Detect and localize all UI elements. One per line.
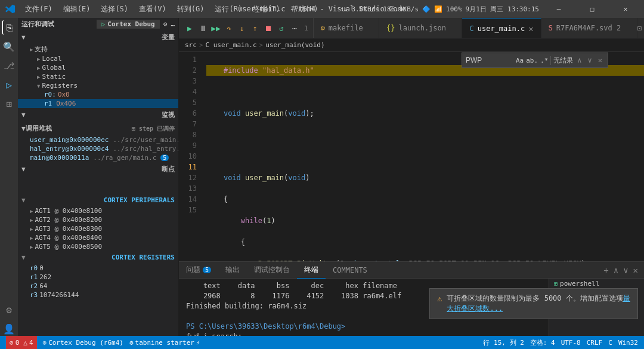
- sidebar-item-support[interactable]: ▶ 支持: [18, 44, 178, 54]
- debug-play-btn[interactable]: ▶: [184, 22, 196, 34]
- panel-down-btn[interactable]: ∨: [622, 264, 629, 276]
- status-tabnine[interactable]: ⚙ tabnine starter ⚡: [129, 339, 200, 347]
- debug-stop-btn[interactable]: ⏹: [262, 22, 274, 34]
- panel-tab-output[interactable]: 输出: [218, 262, 247, 279]
- activity-extensions-icon[interactable]: ⊞: [2, 97, 16, 111]
- panel-tab-problems[interactable]: 问题 5: [179, 262, 218, 279]
- status-encoding[interactable]: UTF-8: [561, 339, 581, 347]
- menu-file[interactable]: 文件(F): [20, 3, 57, 16]
- tab-user-main-c-close[interactable]: ✕: [528, 24, 533, 33]
- debug-more-icon[interactable]: …: [171, 20, 175, 28]
- sidebar-watch-header[interactable]: ▼ 监视: [18, 108, 178, 122]
- status-eol[interactable]: CRLF: [587, 339, 603, 347]
- sidebar-item-local[interactable]: ▶ Local: [18, 54, 178, 63]
- search-close-btn[interactable]: ✕: [596, 55, 604, 65]
- watch-arrow-icon: ▼: [21, 111, 26, 119]
- search-prev-btn[interactable]: ∧: [575, 55, 583, 65]
- reg-r3[interactable]: r3 1074266144: [18, 291, 178, 299]
- code-content[interactable]: #include "hal_data.h" void user_main(voi…: [200, 52, 644, 261]
- code-editor[interactable]: 1 2 3 4 5 6 7 8 9 10 11 12 13 14 15 #inc…: [179, 52, 644, 261]
- debug-pause-btn[interactable]: ⏸: [197, 22, 209, 34]
- breadcrumb: src > C user_main.c > user_main(void): [179, 39, 644, 52]
- panel-close-btn[interactable]: ✕: [632, 264, 639, 276]
- breadcrumb-function[interactable]: user_main(void): [265, 41, 324, 49]
- tab-svd[interactable]: S R7FA6M4AF.svd 2 ✕: [541, 18, 637, 39]
- panel-tab-comments[interactable]: COMMENTS: [326, 262, 374, 279]
- menu-select[interactable]: 选择(S): [96, 3, 133, 16]
- maximize-button[interactable]: □: [578, 0, 606, 18]
- tab-launch-json[interactable]: {} launch.json ✕: [379, 18, 462, 39]
- sidebar-item-static[interactable]: ▶ Static: [18, 72, 178, 81]
- status-errors[interactable]: ⊘ 0 △ 4: [6, 336, 37, 349]
- close-button[interactable]: ✕: [612, 0, 639, 18]
- toast-link[interactable]: 最大折叠区域数...: [447, 294, 630, 313]
- sidebar-variables-header[interactable]: ▼ 变量: [18, 30, 178, 44]
- activity-account-icon[interactable]: 👤: [2, 322, 16, 336]
- callstack-item-1[interactable]: hal_entry@0x000000c4 ../src/hal_entry.c …: [18, 144, 178, 153]
- user-main-c-icon: C: [469, 24, 473, 33]
- sidebar-item-registers[interactable]: ▼ Registers: [18, 81, 178, 90]
- minimize-button[interactable]: ─: [545, 0, 572, 18]
- status-line-col[interactable]: 行 15, 列 2: [483, 338, 524, 347]
- reg-r0[interactable]: r0 0: [18, 264, 178, 273]
- status-platform[interactable]: Win32: [618, 339, 638, 347]
- sidebar-cortex-peripherals-header[interactable]: ▼ CORTEX PERIPHERALS: [18, 194, 178, 206]
- menu-edit[interactable]: 编辑(E): [58, 3, 95, 16]
- tab-user-main-c[interactable]: C user_main.c ✕: [462, 18, 541, 39]
- activity-search-icon[interactable]: 🔍: [2, 39, 16, 54]
- panel-tab-terminal[interactable]: 终端: [297, 262, 326, 279]
- panel-powershell-item[interactable]: ⊞ powershell: [549, 279, 644, 289]
- panel-tab-debug-console[interactable]: 调试控制台: [247, 262, 297, 279]
- status-debug-info[interactable]: ⊙ Cortex Debug (r6m4): [43, 339, 123, 347]
- breadcrumb-src[interactable]: src: [185, 41, 197, 49]
- split-editor-icon[interactable]: ⊡: [637, 24, 642, 33]
- callstack-item-2[interactable]: main@0x0000011a ../ra_gen/main.c 5: [18, 153, 178, 162]
- sidebar-item-r1[interactable]: r1 0x406: [18, 99, 178, 108]
- debug-restart-btn[interactable]: ↺: [275, 22, 287, 34]
- debug-step-into-btn[interactable]: ↓: [236, 22, 248, 34]
- bluetooth-icon: 🔷: [422, 5, 431, 13]
- code-line-3: void user_main(void);: [206, 108, 644, 119]
- panel-controls: + ∧ ∨ ✕: [602, 264, 644, 276]
- activity-explorer-icon[interactable]: ⎘: [2, 20, 16, 35]
- debug-step-out-btn[interactable]: ↑: [249, 22, 261, 34]
- callstack-item-0[interactable]: user_main@0x000000ec ../src/user_main.c …: [18, 135, 178, 144]
- sidebar-agt1[interactable]: ▶ AGT1 @ 0x400e8100: [18, 206, 178, 215]
- breadcrumb-file[interactable]: C user_main.c: [206, 41, 257, 49]
- sidebar-agt4[interactable]: ▶ AGT4 @ 0x400e8400: [18, 233, 178, 242]
- panel-add-btn[interactable]: +: [602, 264, 609, 276]
- menu-goto[interactable]: 转到(G): [172, 3, 209, 16]
- debug-config-label[interactable]: ▷ Cortex Debug: [97, 20, 160, 29]
- panel-up-btn[interactable]: ∧: [612, 264, 620, 276]
- status-spaces[interactable]: 空格: 4: [530, 338, 555, 347]
- search-word-btn[interactable]: ab.: [526, 57, 538, 64]
- debug-continue-btn[interactable]: ▶▶: [210, 22, 222, 34]
- menu-view[interactable]: 查看(V): [134, 3, 171, 16]
- debug-settings-icon[interactable]: ⚙: [163, 20, 168, 28]
- callstack-line-2: 5: [160, 155, 169, 161]
- search-regex-btn[interactable]: .*: [540, 57, 548, 64]
- sidebar-item-global[interactable]: ▶ Global: [18, 63, 178, 72]
- sidebar-agt2[interactable]: ▶ AGT2 @ 0x400e8200: [18, 215, 178, 224]
- search-case-btn[interactable]: Aa: [516, 57, 524, 64]
- status-language[interactable]: C: [608, 339, 612, 347]
- sidebar-item-r0[interactable]: r0: 0x0: [18, 90, 178, 99]
- reg-r2[interactable]: r2 64: [18, 282, 178, 291]
- search-input[interactable]: [466, 56, 513, 64]
- sidebar-cortex-registers-header[interactable]: ▼ CORTEX REGISTERS: [18, 251, 178, 264]
- activity-debug-icon[interactable]: ▷: [2, 78, 16, 92]
- terminal-label: 终端: [304, 265, 318, 275]
- launch-json-icon: {}: [386, 24, 395, 32]
- sidebar-breakpoints-header[interactable]: ▼ 断点: [18, 162, 178, 176]
- sidebar-agt5[interactable]: ▶ AGT5 @ 0x400e8500: [18, 242, 178, 251]
- sidebar-agt3[interactable]: ▶ AGT3 @ 0x400e8300: [18, 224, 178, 233]
- search-next-btn[interactable]: ∨: [586, 55, 594, 65]
- sidebar-callstack-header[interactable]: ▼ 调用堆栈 ⊞ step 已调停: [18, 122, 178, 135]
- callstack-file-1: ../src/hal_entry.c: [113, 145, 178, 153]
- debug-step-over-btn[interactable]: ↷: [223, 22, 235, 34]
- reg-r1[interactable]: r1 262: [18, 273, 178, 282]
- activity-remote-icon[interactable]: ⚙: [2, 302, 16, 317]
- activity-git-icon[interactable]: ⎇: [2, 58, 16, 73]
- tab-makefile[interactable]: ⚙ makefile ✕: [314, 18, 379, 39]
- debug-more-btn[interactable]: ⋯: [289, 22, 301, 34]
